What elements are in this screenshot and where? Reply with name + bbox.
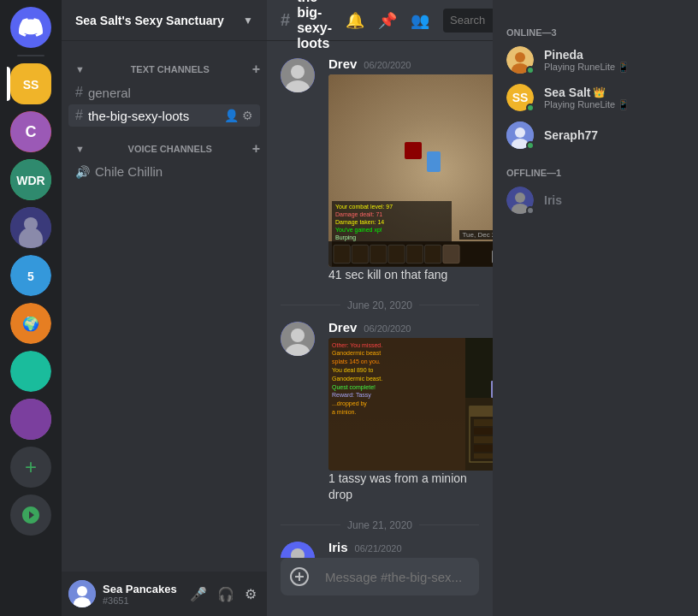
drev2-content: Drev 06/20/2020 Other: You missed. Ganod… xyxy=(328,320,479,504)
pineda-name: Pineda xyxy=(544,48,583,62)
svg-text:5: 5 xyxy=(27,270,34,283)
server4-icon[interactable] xyxy=(10,207,51,248)
voice-channel-chile[interactable]: 🔊 Chile Chillin xyxy=(68,161,260,182)
voice-channels-label: VOICE CHANNELS xyxy=(128,144,212,154)
server3-icon[interactable]: WDR xyxy=(10,159,51,200)
game-image-1: Your combat level: 97 Damage dealt: 71 D… xyxy=(328,74,493,267)
svg-text:WDR: WDR xyxy=(16,174,44,187)
svg-rect-37 xyxy=(388,245,405,263)
member-seraph[interactable]: Seraph77 xyxy=(500,116,691,154)
server-name: Sea Salt's Sexy Sanctuary xyxy=(75,14,224,27)
svg-point-77 xyxy=(515,192,525,203)
channel-general[interactable]: # general xyxy=(68,81,260,104)
date-label-june20: June 20, 2020 xyxy=(347,299,412,311)
date-label-june21: June 21, 2020 xyxy=(347,519,412,531)
channel-sidebar: Sea Salt's Sexy Sanctuary ▼ ▼ TEXT CHANN… xyxy=(62,0,267,616)
svg-text:C: C xyxy=(26,123,37,140)
chat-messages: Drev 06/20/2020 xyxy=(267,41,493,558)
message-input[interactable] xyxy=(325,560,488,594)
members-icon[interactable]: 👥 xyxy=(411,11,429,30)
server1-icon[interactable]: SS xyxy=(10,63,51,104)
server2-icon[interactable]: C xyxy=(10,111,51,152)
text-channels-category[interactable]: ▼ TEXT CHANNELS + xyxy=(62,48,267,80)
svg-rect-49 xyxy=(470,406,493,417)
drev2-timestamp: 06/20/2020 xyxy=(364,323,411,334)
seasalt-name: Sea Salt xyxy=(544,86,590,99)
drev2-avatar xyxy=(281,322,315,356)
speaker-icon: 🔊 xyxy=(75,165,90,179)
server8-icon[interactable] xyxy=(10,399,51,440)
search-input[interactable] xyxy=(450,14,493,27)
discord-home-button[interactable] xyxy=(10,7,51,48)
server1-wrapper: SS xyxy=(10,63,51,104)
svg-point-19 xyxy=(291,65,305,79)
date-divider-june21: June 21, 2020 xyxy=(267,512,493,538)
iris-header: Iris 06/21/2020 xyxy=(328,540,479,554)
header-actions: 🔔 📌 👥 🔍 🖥 ❓ xyxy=(346,9,493,33)
user-avatar xyxy=(68,580,96,607)
iris-timestamp: 06/21/2020 xyxy=(355,543,402,554)
member-list: ONLINE—3 Pineda Playing RuneLite 📱 xyxy=(493,0,698,616)
seasalt-status-dot xyxy=(526,104,535,112)
svg-rect-54 xyxy=(474,445,493,452)
seraph-name: Seraph77 xyxy=(544,128,598,142)
deafen-icon[interactable]: 🎧 xyxy=(214,583,238,606)
notification-icon[interactable]: 🔔 xyxy=(346,11,364,30)
iris-author: Iris xyxy=(328,540,348,554)
message-group-drev2: Drev 06/20/2020 Other: You missed. Ganod… xyxy=(267,318,493,506)
svg-point-14 xyxy=(10,399,51,440)
svg-rect-40 xyxy=(443,245,459,263)
channel-gear-icon[interactable]: ⚙ xyxy=(242,109,253,122)
main-content: # the-big-sexy-loots 🔔 📌 👥 🔍 🖥 ❓ xyxy=(267,0,493,616)
svg-text:SS: SS xyxy=(512,91,529,104)
channel-settings-icon[interactable]: 👤 xyxy=(224,109,239,122)
svg-rect-52 xyxy=(474,428,493,435)
user-controls: 🎤 🎧 ⚙ xyxy=(186,583,260,606)
user-tag: #3651 xyxy=(103,595,180,606)
category-arrow: ▼ xyxy=(75,64,85,74)
add-voice-channel-icon[interactable]: + xyxy=(252,141,260,157)
seasalt-badge: 📱 xyxy=(618,99,630,110)
game-image-2: Other: You missed. Ganodermic beast spla… xyxy=(328,338,493,471)
pineda-status-text: Playing RuneLite xyxy=(544,62,615,72)
iris-avatar xyxy=(281,542,315,558)
server7-icon[interactable] xyxy=(10,351,51,392)
channel-big-sexy-loots[interactable]: # the-big-sexy-loots 👤 ⚙ xyxy=(68,104,260,127)
username: Sea Pancakes xyxy=(103,583,180,595)
server-home-wrapper xyxy=(10,7,51,48)
seasalt-status-text: Playing RuneLite xyxy=(544,99,615,110)
seasalt-avatar-wrapper: SS xyxy=(506,84,534,111)
svg-text:SS: SS xyxy=(23,78,39,92)
svg-point-74 xyxy=(515,127,525,138)
pineda-status-dot xyxy=(526,66,535,74)
svg-rect-39 xyxy=(424,245,441,263)
add-server-button[interactable]: + xyxy=(10,447,51,488)
seraph-avatar-wrapper xyxy=(506,121,534,149)
server5-icon[interactable]: 5 xyxy=(10,255,51,296)
svg-rect-51 xyxy=(474,419,493,426)
combat-log: Other: You missed. Ganodermic beast spla… xyxy=(328,338,465,471)
explore-button[interactable] xyxy=(10,495,51,536)
channel-general-name: general xyxy=(88,86,253,100)
drev1-text: 41 sec kill on that fang xyxy=(328,267,479,284)
iris-member-avatar-wrapper xyxy=(506,187,534,214)
svg-point-69 xyxy=(515,52,525,62)
search-bar[interactable]: 🔍 xyxy=(443,9,493,33)
server6-icon[interactable]: 🌍 xyxy=(10,303,51,344)
member-pineda[interactable]: Pineda Playing RuneLite 📱 xyxy=(500,41,691,79)
pin-icon[interactable]: 📌 xyxy=(378,11,397,30)
drev2-text: 1 tassy was from a minion drop xyxy=(328,471,479,504)
voice-channels-category[interactable]: ▼ VOICE CHANNELS + xyxy=(62,127,267,160)
message-group-drev1: Drev 06/20/2020 xyxy=(267,55,493,286)
chat-input-container: GIF 😊 xyxy=(281,558,479,595)
member-iris[interactable]: Iris xyxy=(500,181,691,219)
add-text-channel-icon[interactable]: + xyxy=(252,62,260,77)
settings-icon[interactable]: ⚙ xyxy=(241,583,260,606)
member-seasalt[interactable]: SS Sea Salt 👑 Playing RuneLite 📱 xyxy=(500,79,691,116)
hash-icon: # xyxy=(75,85,83,100)
channel-active-name: the-big-sexy-loots xyxy=(88,109,219,123)
attach-button[interactable] xyxy=(281,558,318,595)
server-header[interactable]: Sea Salt's Sexy Sanctuary ▼ xyxy=(62,0,267,41)
mute-icon[interactable]: 🎤 xyxy=(186,583,210,606)
text-channels-label: TEXT CHANNELS xyxy=(131,64,210,74)
